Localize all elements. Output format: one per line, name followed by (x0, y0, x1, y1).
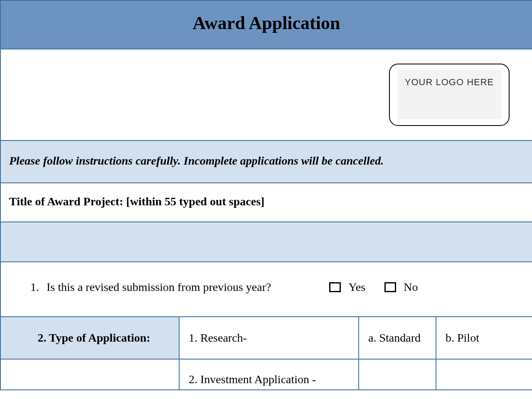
checkbox-no[interactable] (384, 282, 396, 292)
title-input-row[interactable] (0, 222, 532, 262)
form-title: Award Application (5, 12, 528, 34)
award-application-form: Award Application YOUR LOGO HERE Please … (0, 0, 532, 390)
no-label: No (404, 281, 418, 294)
logo-placeholder-text: YOUR LOGO HERE (397, 70, 501, 119)
question-2-row2-col1 (0, 359, 179, 390)
question-2-row2-col3[interactable] (359, 359, 436, 390)
question-1-number: 1. (24, 281, 39, 294)
logo-row: YOUR LOGO HERE (0, 49, 532, 140)
title-field-row: Title of Award Project: [within 55 typed… (0, 183, 532, 222)
question-2-label: 2. Type of Application: (37, 331, 150, 344)
question-1-text: Is this a revised submission from previo… (47, 281, 271, 294)
checkbox-yes[interactable] (329, 282, 341, 292)
question-2-option1a-cell[interactable]: a. Standard (359, 317, 436, 359)
instructions-text: Please follow instructions carefully. In… (9, 154, 384, 167)
title-field-label: Title of Award Project: [within 55 typed… (9, 195, 264, 208)
question-1-row: 1. Is this a revised submission from pre… (0, 262, 532, 317)
question-2-row2-col4[interactable] (436, 359, 532, 390)
question-2-option1a: a. Standard (368, 331, 421, 344)
question-2-option1-cell: 1. Research- (179, 317, 359, 359)
question-2-option2-cell: 2. Investment Application - (179, 359, 359, 390)
question-2-option1b-cell[interactable]: b. Pilot (436, 317, 532, 359)
instructions-row: Please follow instructions carefully. In… (0, 140, 532, 183)
yes-label: Yes (348, 281, 365, 294)
logo-placeholder-box[interactable]: YOUR LOGO HERE (389, 64, 510, 126)
question-2-option1: 1. Research- (189, 331, 247, 344)
question-2-label-cell: 2. Type of Application: (0, 317, 179, 359)
question-2-option1b: b. Pilot (446, 331, 479, 344)
question-2-option2: 2. Investment Application - (189, 373, 316, 386)
form-header: Award Application (0, 0, 532, 49)
